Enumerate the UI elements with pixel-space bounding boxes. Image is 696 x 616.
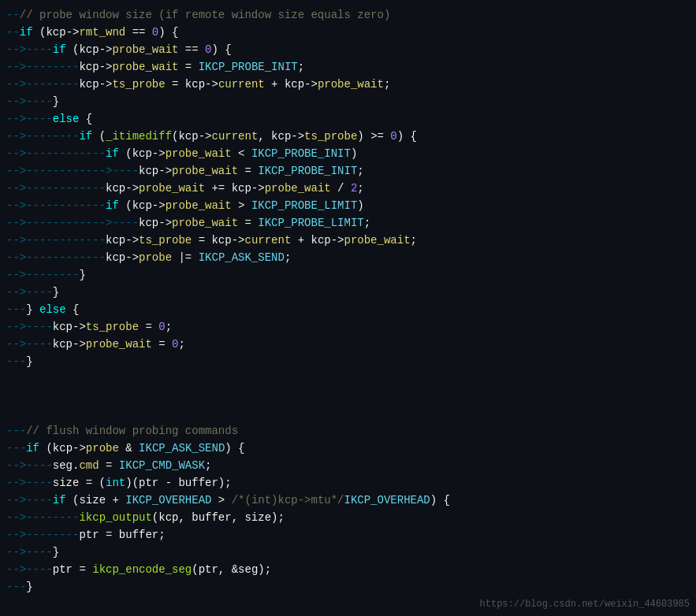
indent-3: -->---- <box>6 41 53 58</box>
var-10: probe_wait <box>172 162 238 180</box>
indent-9: -->------------ <box>6 145 106 162</box>
var-19: ts_probe <box>86 318 139 336</box>
code-8c: , kcp-> <box>258 128 304 145</box>
indent-21: --- <box>6 353 26 370</box>
code-line-2: --if (kcp->rmt_wnd == 0) { <box>0 24 696 41</box>
code-19b: = <box>139 318 158 336</box>
num-6: 0 <box>172 336 178 353</box>
code-14d: ; <box>411 232 417 249</box>
code-26b: )(ptr - buffer); <box>125 474 231 492</box>
func-2: ikcp_output <box>79 509 151 526</box>
code-15: kcp-> <box>106 249 139 266</box>
code-8e: ) { <box>397 128 417 145</box>
var-4: ts_probe <box>112 76 165 93</box>
comment-3: /*(int)kcp->mtu*/ <box>232 492 344 509</box>
code-line-26: -->----size = (int)(ptr - buffer); <box>0 474 696 492</box>
code-4: kcp-> <box>79 58 112 76</box>
code-15b: |= <box>172 249 199 266</box>
code-20b: = <box>152 336 172 353</box>
code-30: } <box>53 544 59 561</box>
var-11: probe_wait <box>139 180 205 197</box>
type-1: int <box>106 474 125 492</box>
code-26: size = ( <box>53 474 106 492</box>
code-9b: < <box>232 145 251 162</box>
code-8d: ) >= <box>357 128 390 145</box>
code-container: --// probe window size (if remote window… <box>0 0 696 616</box>
code-5d: ; <box>384 76 390 93</box>
code-line-13: -->------------>----kcp->probe_wait = IK… <box>0 214 696 232</box>
indent-29: -->-------- <box>6 526 79 544</box>
indent-8: -->-------- <box>6 128 79 145</box>
code-3: (kcp-> <box>66 41 113 58</box>
code-5b: = kcp-> <box>166 76 218 93</box>
code-16: } <box>79 266 85 284</box>
code-11c: / <box>331 180 351 197</box>
kw-if-1: if <box>20 24 33 41</box>
code-10c: ; <box>357 162 363 180</box>
code-2c: ) { <box>158 24 178 41</box>
code-24c: ) { <box>225 440 244 457</box>
var-5: current <box>218 76 265 93</box>
num-5: 0 <box>158 318 165 336</box>
var-2: probe_wait <box>112 41 178 58</box>
code-25b: = <box>99 457 119 474</box>
kw-if-5: if <box>106 197 119 214</box>
code-line-8: -->--------if (_itimediff(kcp->current, … <box>0 128 696 145</box>
code-7b: { <box>79 110 92 128</box>
kw-if-4: if <box>106 145 119 162</box>
var-13: probe_wait <box>166 197 232 214</box>
const-6: IKCP_ASK_SEND <box>199 249 285 266</box>
code-5c: + kcp-> <box>265 76 318 93</box>
indent-31: -->---- <box>6 561 53 578</box>
const-7: IKCP_ASK_SEND <box>139 440 225 457</box>
indent-16: -->-------- <box>6 266 79 284</box>
code-19: kcp-> <box>53 318 86 336</box>
indent-28: -->-------- <box>6 509 79 526</box>
code-line-7: -->----else { <box>0 110 696 128</box>
code-13c: ; <box>364 214 370 232</box>
code-31b: (ptr, &seg); <box>192 561 271 578</box>
code-8: ( <box>92 128 106 145</box>
code-15c: ; <box>285 249 291 266</box>
indent-12: -->------------ <box>6 197 106 214</box>
code-line-6: -->----} <box>0 93 696 110</box>
var-3: probe_wait <box>112 58 178 76</box>
var-15: ts_probe <box>139 232 192 249</box>
indent-20: -->---- <box>6 336 53 353</box>
indent-27: -->---- <box>6 492 53 509</box>
indent-32: --- <box>6 578 26 596</box>
indent-15: -->------------ <box>6 249 106 266</box>
var-12: probe_wait <box>265 180 331 197</box>
indent-5: -->-------- <box>6 76 79 93</box>
indent-17: -->---- <box>6 284 53 301</box>
code-31: ptr = <box>53 561 92 578</box>
code-4b: = <box>178 58 198 76</box>
var-22: cmd <box>79 457 99 474</box>
code-11: kcp-> <box>106 180 139 197</box>
code-9c: ) <box>351 145 357 162</box>
code-line-22 <box>0 370 696 422</box>
indent-18: --- <box>6 301 26 318</box>
var-21: probe <box>86 440 119 457</box>
code-11b: += kcp-> <box>205 180 265 197</box>
code-18a: } <box>26 301 39 318</box>
const-2: IKCP_PROBE_INIT <box>251 145 351 162</box>
var-20: probe_wait <box>86 336 152 353</box>
code-12b: > <box>232 197 251 214</box>
num-3: 0 <box>390 128 396 145</box>
code-12c: ) <box>357 197 363 214</box>
code-6: } <box>53 93 59 110</box>
code-11d: ; <box>357 180 363 197</box>
var-1: rmt_wnd <box>79 24 125 41</box>
code-21: } <box>26 353 32 370</box>
code-24b: & <box>119 440 139 457</box>
var-17: probe_wait <box>344 232 411 249</box>
code-line-3: -->----if (kcp->probe_wait == 0) { <box>0 41 696 58</box>
code-14: kcp-> <box>106 232 139 249</box>
const-5: IKCP_PROBE_LIMIT <box>258 214 363 232</box>
code-line-12: -->------------if (kcp->probe_wait > IKC… <box>0 197 696 214</box>
code-line-9: -->------------if (kcp->probe_wait < IKC… <box>0 145 696 162</box>
num-4: 2 <box>351 180 357 197</box>
indent-2: -- <box>6 24 20 41</box>
code-10: kcp-> <box>139 162 172 180</box>
